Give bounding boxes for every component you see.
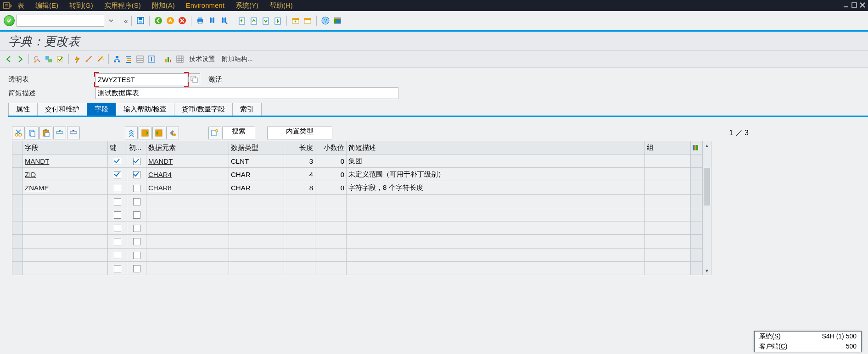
where-used-icon[interactable] xyxy=(84,54,94,64)
table-name-input[interactable] xyxy=(95,73,187,85)
table-row[interactable]: ZID CHAR4 CHAR 4 0 未定义范围（可用于补丁级别） xyxy=(12,168,702,181)
hierarchy-icon[interactable] xyxy=(112,54,122,64)
app-menu-icon[interactable] xyxy=(3,2,12,9)
layout-icon[interactable] xyxy=(332,16,342,26)
cell-dataelem[interactable]: CHAR4 xyxy=(146,168,229,181)
command-field[interactable] xyxy=(17,15,104,27)
cell-init[interactable] xyxy=(127,194,146,208)
table-row[interactable]: ZNAME CHAR8 CHAR 8 0 字符字段，8 个字符长度 xyxy=(12,181,702,194)
row-selector[interactable] xyxy=(12,155,23,168)
find-icon[interactable] xyxy=(207,16,217,26)
tab-currquan[interactable]: 货币/数量字段 xyxy=(174,103,233,116)
other-object-icon[interactable] xyxy=(44,54,54,64)
tab-indexes[interactable]: 索引 xyxy=(232,103,262,116)
table-row[interactable] xyxy=(12,261,702,275)
activate-icon[interactable] xyxy=(72,54,82,64)
col-init[interactable]: 初... xyxy=(127,141,146,155)
table-row[interactable] xyxy=(12,194,702,208)
table-row[interactable] xyxy=(12,248,702,261)
cell-dataelem[interactable] xyxy=(146,194,229,208)
cell-field[interactable] xyxy=(23,221,108,235)
cell-key[interactable] xyxy=(108,261,127,275)
table-row[interactable] xyxy=(12,235,702,248)
row-selector[interactable] xyxy=(12,168,23,181)
cell-dataelem[interactable] xyxy=(146,261,229,275)
cell-field[interactable]: ZID xyxy=(23,168,108,181)
col-field[interactable]: 字段 xyxy=(23,141,108,155)
paste-button[interactable] xyxy=(39,127,52,139)
col-shortdesc[interactable]: 简短描述 xyxy=(347,141,645,155)
cell-field[interactable]: MANDT xyxy=(23,155,108,168)
contents-icon[interactable] xyxy=(135,54,145,64)
cell-key[interactable] xyxy=(108,248,127,261)
cell-dataelem[interactable] xyxy=(146,248,229,261)
menu-help[interactable]: 帮助(H) xyxy=(264,0,298,11)
cell-dataelem[interactable] xyxy=(146,221,229,235)
col-decimals[interactable]: 小数位 xyxy=(315,141,347,155)
nav-previous-icon[interactable] xyxy=(4,54,14,64)
last-page-icon[interactable] xyxy=(273,16,283,26)
toolbar-collapse-icon[interactable]: « xyxy=(124,17,128,25)
menu-goto[interactable]: 转到(G) xyxy=(64,0,99,11)
cell-key[interactable] xyxy=(108,155,127,168)
column-config-button[interactable] xyxy=(691,141,702,155)
row-selector[interactable] xyxy=(12,181,23,194)
cell-field[interactable] xyxy=(23,194,108,208)
menu-environment[interactable]: Environment xyxy=(180,0,230,11)
cell-field[interactable] xyxy=(23,261,108,275)
short-description-input[interactable] xyxy=(95,87,398,99)
col-key[interactable]: 键 xyxy=(108,141,127,155)
cell-dataelem[interactable] xyxy=(146,208,229,221)
srch-help-button[interactable] xyxy=(208,127,221,139)
window-restore-icon[interactable] xyxy=(851,1,858,9)
fields-table[interactable]: 字段 键 初... 数据元素 数据类型 长度 小数位 简短描述 组 MANDT … xyxy=(12,141,702,275)
help-icon[interactable]: ? xyxy=(320,16,330,26)
prev-page-icon[interactable] xyxy=(249,16,259,26)
outline-icon[interactable] xyxy=(123,54,134,64)
tab-attributes[interactable]: 属性 xyxy=(8,103,38,116)
builtin-type-button[interactable]: 内置类型 xyxy=(267,127,332,139)
search-button[interactable]: 搜索 xyxy=(222,127,255,139)
graphic-icon[interactable] xyxy=(163,54,174,64)
tab-inputhelp[interactable]: 输入帮助/检查 xyxy=(116,103,174,116)
scroll-up-icon[interactable]: ▲ xyxy=(703,141,711,149)
expand-all-button[interactable] xyxy=(125,127,138,139)
key-fields-button[interactable] xyxy=(166,127,179,139)
nav-next-icon[interactable] xyxy=(15,54,25,64)
row-selector[interactable] xyxy=(12,208,23,221)
insert-row-button[interactable] xyxy=(53,127,66,139)
select-all-header[interactable] xyxy=(12,141,23,155)
copy-button[interactable] xyxy=(26,127,39,139)
cell-field[interactable] xyxy=(23,208,108,221)
info-icon[interactable]: i xyxy=(146,54,157,64)
first-page-icon[interactable] xyxy=(237,16,247,26)
cut-button[interactable] xyxy=(12,127,25,139)
select-all-button[interactable] xyxy=(139,127,151,139)
technical-settings-button[interactable]: 技术设置 xyxy=(186,55,218,63)
cell-key[interactable] xyxy=(108,235,127,248)
wand-icon[interactable] xyxy=(95,54,105,64)
scroll-thumb[interactable] xyxy=(704,168,710,205)
new-session-icon[interactable]: + xyxy=(291,16,301,26)
cell-init[interactable] xyxy=(127,155,146,168)
row-selector[interactable] xyxy=(12,194,23,208)
menu-table[interactable]: 表 xyxy=(12,0,30,11)
exit-icon[interactable] xyxy=(165,16,175,26)
cell-key[interactable] xyxy=(108,194,127,208)
cell-init[interactable] xyxy=(127,221,146,235)
deselect-all-button[interactable] xyxy=(152,127,165,139)
col-group[interactable]: 组 xyxy=(645,141,691,155)
cell-field[interactable] xyxy=(23,235,108,248)
print-icon[interactable] xyxy=(195,16,205,26)
cell-init[interactable] xyxy=(127,261,146,275)
cell-init[interactable] xyxy=(127,235,146,248)
col-dataelem[interactable]: 数据元素 xyxy=(146,141,229,155)
next-page-icon[interactable] xyxy=(261,16,271,26)
cell-init[interactable] xyxy=(127,181,146,194)
menu-system[interactable]: 系统(Y) xyxy=(230,0,264,11)
back-icon[interactable] xyxy=(153,16,163,26)
col-length[interactable]: 长度 xyxy=(284,141,315,155)
cell-key[interactable] xyxy=(108,208,127,221)
table-display-icon[interactable] xyxy=(175,54,185,64)
tab-fields[interactable]: 字段 xyxy=(87,103,116,116)
